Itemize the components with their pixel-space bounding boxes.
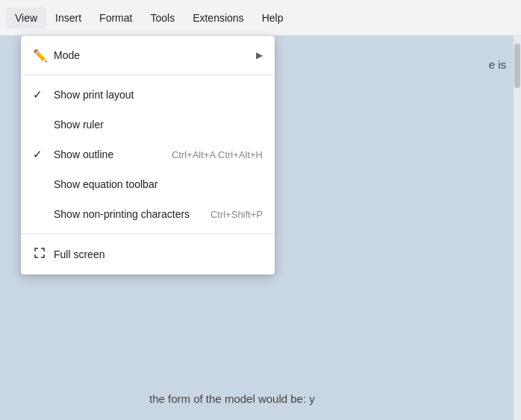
menu-item-extensions[interactable]: Extensions	[184, 7, 252, 28]
shortcut-show-non-printing: Ctrl+Shift+P	[210, 209, 263, 220]
dropdown-label-show-non-printing: Show non-printing characters	[54, 208, 205, 220]
dropdown-label-full-screen: Full screen	[54, 248, 263, 260]
dropdown-item-show-ruler[interactable]: Show ruler	[21, 110, 275, 140]
menu-bar: View Insert Format Tools Extensions Help	[0, 0, 521, 36]
divider-1	[21, 75, 275, 75]
bg-text-bottom: the form of the model would be: y	[149, 392, 315, 405]
dropdown-label-show-outline: Show outline	[54, 148, 166, 160]
scrollbar[interactable]	[514, 36, 521, 420]
dropdown-item-full-screen[interactable]: Full screen	[21, 239, 275, 270]
dropdown-item-mode[interactable]: ✏️ Mode ▶	[21, 40, 275, 70]
shortcut-show-outline: Ctrl+Alt+A Ctrl+Alt+H	[172, 149, 263, 160]
svg-rect-3	[43, 248, 45, 251]
menu-item-insert[interactable]: Insert	[46, 7, 90, 28]
dropdown-item-show-outline[interactable]: ✓ Show outline Ctrl+Alt+A Ctrl+Alt+H	[21, 140, 275, 169]
svg-rect-5	[34, 254, 36, 258]
menu-item-view[interactable]: View	[6, 7, 46, 28]
svg-rect-7	[43, 254, 45, 258]
divider-2	[21, 233, 275, 234]
svg-rect-1	[34, 248, 36, 251]
check-print-layout: ✓	[33, 88, 54, 101]
menu-item-tools[interactable]: Tools	[141, 7, 184, 28]
menu-item-format[interactable]: Format	[90, 7, 141, 28]
dropdown-item-show-equation-toolbar[interactable]: Show equation toolbar	[21, 169, 275, 199]
dropdown-label-show-ruler: Show ruler	[54, 119, 263, 131]
dropdown-label-mode: Mode	[54, 49, 250, 61]
dropdown-label-show-equation-toolbar: Show equation toolbar	[54, 178, 263, 190]
dropdown-item-show-non-printing[interactable]: Show non-printing characters Ctrl+Shift+…	[21, 199, 275, 229]
dropdown-label-show-print-layout: Show print layout	[54, 89, 263, 101]
check-outline: ✓	[33, 148, 54, 161]
dropdown-item-show-print-layout[interactable]: ✓ Show print layout	[21, 80, 275, 110]
fullscreen-icon	[33, 246, 54, 263]
menu-item-help[interactable]: Help	[253, 7, 293, 28]
view-dropdown: ✏️ Mode ▶ ✓ Show print layout Show ruler…	[21, 36, 275, 275]
scrollbar-thumb[interactable]	[514, 43, 520, 88]
pencil-icon: ✏️	[33, 48, 54, 63]
arrow-right-icon: ▶	[256, 50, 263, 60]
bg-text-right: e is	[489, 58, 506, 71]
